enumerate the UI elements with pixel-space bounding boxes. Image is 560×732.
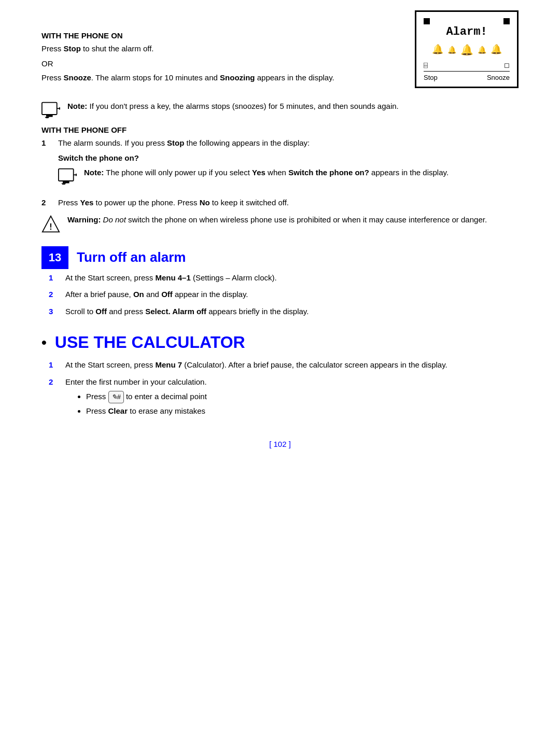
phone-off-list: 1 The alarm sounds. If you press Stop th… bbox=[41, 137, 519, 209]
calculator-list: 1 At the Start screen, press Menu 7 (Cal… bbox=[49, 359, 519, 419]
list-num-2: 2 bbox=[41, 197, 51, 209]
bullet-dot: • bbox=[41, 334, 47, 351]
calc-item-1: 1 At the Start screen, press Menu 7 (Cal… bbox=[49, 359, 519, 371]
alarm-icons: 🔔 🔔 🔔 🔔 🔔 bbox=[424, 44, 510, 56]
corner-mark-tr bbox=[503, 18, 510, 24]
phone-off-text-2: Press Yes to power up the phone. Press N… bbox=[58, 197, 289, 209]
with-phone-on-section: Alarm! 🔔 🔔 🔔 🔔 🔔 ⌸ ◻ Stop Snooze WITH TH… bbox=[41, 31, 519, 93]
svg-marker-9 bbox=[76, 174, 77, 176]
calc-num-1: 1 bbox=[49, 359, 58, 371]
turn-off-list: 1 At the Start screen, press Menu 4–1 (S… bbox=[49, 272, 519, 318]
switch-phone-on: Switch the phone on? bbox=[58, 152, 449, 164]
alarm-stop-label: Stop bbox=[424, 74, 438, 81]
section-badge: 13 bbox=[41, 246, 68, 269]
note-text-1: Note: If you don't press a key, the alar… bbox=[67, 101, 399, 112]
calculator-heading-text: USE THE CALCULATOR bbox=[55, 333, 245, 352]
calc-item-2: 2 Enter the first number in your calcula… bbox=[49, 376, 519, 419]
bell-icon-3: 🔔 bbox=[460, 44, 473, 56]
turn-off-num-3: 3 bbox=[49, 306, 58, 318]
calc-sub-list: Press ✎# to enter a decimal point Press … bbox=[86, 391, 207, 417]
svg-text:!: ! bbox=[49, 221, 52, 231]
bell-icon-2: 🔔 bbox=[447, 46, 456, 56]
turn-off-text-3: Scroll to Off and press Select. Alarm of… bbox=[65, 306, 309, 318]
turn-off-item-2: 2 After a brief pause, On and Off appear… bbox=[49, 289, 519, 301]
turn-off-alarm-heading: Turn off an alarm bbox=[77, 249, 186, 265]
note-box-1: Note: If you don't press a key, the alar… bbox=[41, 101, 519, 118]
alarm-bottom: Stop Snooze bbox=[424, 71, 510, 81]
bell-icon-5: 🔔 bbox=[491, 44, 502, 56]
phone-off-item-2: 2 Press Yes to power up the phone. Press… bbox=[41, 197, 519, 209]
turn-off-num-2: 2 bbox=[49, 289, 58, 301]
note-icon-1 bbox=[41, 102, 60, 118]
svg-marker-4 bbox=[59, 107, 60, 110]
alarm-corner-br: ◻ bbox=[504, 61, 510, 69]
calc-num-2: 2 bbox=[49, 376, 58, 419]
bell-icon-4: 🔔 bbox=[478, 46, 486, 56]
calc-text-2: Enter the first number in your calculati… bbox=[65, 377, 207, 386]
note-icon-2 bbox=[58, 168, 77, 185]
turn-off-item-3: 3 Scroll to Off and press Select. Alarm … bbox=[49, 306, 519, 318]
corner-mark-tl bbox=[424, 18, 430, 24]
alarm-snooze-label: Snooze bbox=[487, 74, 510, 81]
list-num-1: 1 bbox=[41, 137, 51, 192]
note-text-2: Note: The phone will only power up if yo… bbox=[84, 167, 449, 179]
phone-off-item-1: 1 The alarm sounds. If you press Stop th… bbox=[41, 137, 519, 192]
calc-sub-item-1: Press ✎# to enter a decimal point bbox=[86, 391, 207, 403]
svg-marker-7 bbox=[61, 184, 66, 185]
phone-off-text-1: The alarm sounds. If you press Stop the … bbox=[58, 138, 310, 147]
calc-sub-item-2: Press Clear to erase any mistakes bbox=[86, 405, 207, 417]
turn-off-text-1: At the Start screen, press Menu 4–1 (Set… bbox=[65, 272, 277, 284]
note-box-2: Note: The phone will only power up if yo… bbox=[58, 167, 449, 185]
warning-text: Warning: Do not switch the phone on when… bbox=[67, 214, 487, 226]
page-number: [ 102 ] bbox=[41, 440, 519, 448]
alarm-display: Alarm! 🔔 🔔 🔔 🔔 🔔 ⌸ ◻ Stop Snooze bbox=[415, 10, 519, 88]
calculator-heading: • USE THE CALCULATOR bbox=[41, 333, 519, 352]
section-13-bar: 13 Turn off an alarm bbox=[41, 246, 519, 269]
calc-text-1: At the Start screen, press Menu 7 (Calcu… bbox=[65, 359, 447, 371]
hash-key-icon: ✎# bbox=[108, 391, 124, 403]
bell-icon-1: 🔔 bbox=[432, 44, 443, 56]
warning-icon: ! bbox=[41, 215, 60, 234]
turn-off-item-1: 1 At the Start screen, press Menu 4–1 (S… bbox=[49, 272, 519, 284]
svg-rect-5 bbox=[59, 169, 74, 181]
svg-rect-0 bbox=[42, 103, 57, 115]
svg-marker-2 bbox=[45, 117, 49, 119]
page-wrapper: Alarm! 🔔 🔔 🔔 🔔 🔔 ⌸ ◻ Stop Snooze WITH TH… bbox=[41, 31, 519, 448]
alarm-antenna-left: ⌸ bbox=[424, 61, 428, 69]
alarm-title: Alarm! bbox=[424, 25, 510, 38]
svg-rect-6 bbox=[63, 180, 69, 183]
with-phone-off-heading: WITH THE PHONE OFF bbox=[41, 125, 519, 134]
svg-rect-1 bbox=[46, 114, 53, 117]
turn-off-text-2: After a brief pause, On and Off appear i… bbox=[65, 289, 248, 301]
turn-off-num-1: 1 bbox=[49, 272, 58, 284]
warning-box: ! Warning: Do not switch the phone on wh… bbox=[41, 214, 519, 234]
